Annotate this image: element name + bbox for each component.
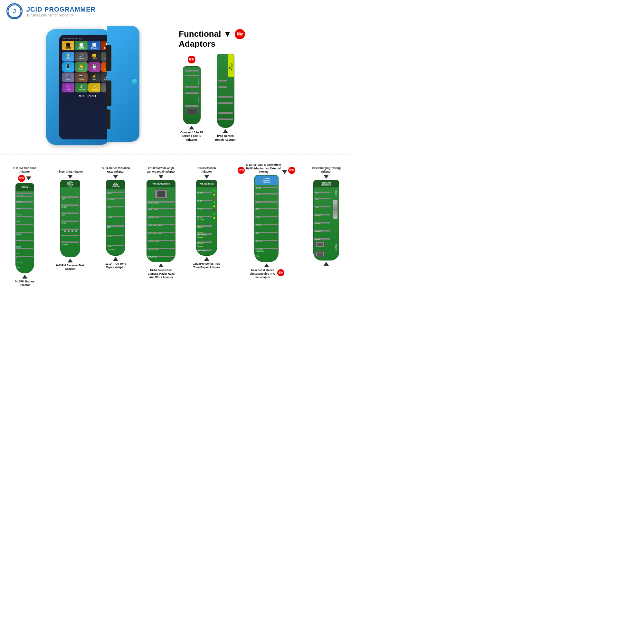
adaptor-7-board: 14系列 距离感光测试小板 Output Input [313, 180, 339, 260]
cover-connector-2 [106, 81, 111, 106]
adaptor-1-bottom-label: 8-15PM Battery Adaptor [10, 280, 39, 293]
app-recovery[interactable]: ↺ +Recovery [75, 83, 88, 92]
adaptor-7: Fast Charging Testing Adaptor 14系列 距离感光测… [312, 163, 341, 293]
adaptor-4-arrow-up [158, 263, 164, 267]
adaptor-7-top-label: Fast Charging Testing Adaptor [312, 163, 341, 174]
face-id-new-badge: 新款 [188, 56, 195, 63]
phone-body: V1S Pro V1.67(V1.67) 50% ▦ BGA60 ▦ BGA [46, 29, 110, 145]
adaptor-3-arrow-up [113, 257, 118, 261]
functional-title: Functional ▼ [179, 29, 232, 39]
adaptor-6-top-label: X-14PM Face ID Activation/ R&W Adaptor (… [246, 163, 281, 174]
face-id-arrow [189, 126, 194, 129]
adaptor-2-top-label: Fingerprint Adaptor [57, 163, 83, 174]
app-chip[interactable]: 💾 Chip [88, 62, 101, 72]
adaptor-6-new-badge-top: NEW [238, 167, 245, 174]
adaptor-4-bottom-label: 13-14 Series Rear Camera /Radar Read And… [147, 269, 175, 281]
app-crash[interactable]: ⚡ Crash [88, 72, 101, 82]
ipad-label: iPad Screen Repair Adaptor [213, 134, 238, 142]
app-purple[interactable]: 🟣 Purple [62, 83, 75, 92]
app-finger[interactable]: 👆 Finger [75, 62, 88, 72]
adaptor-6-new-badge-top2: NEW [288, 167, 295, 174]
adaptor-3-top-label: 12-14 Series Vibration R&W Adaptor [101, 163, 130, 174]
bottom-section: 7-11PM True Tone Adaptor NEW 读写小板 [0, 155, 351, 299]
adaptor-6-bottom-label: 14 series distance photosensitive FPC te… [249, 269, 276, 281]
adaptor-5-arrow-up [204, 257, 209, 261]
bga-chip-3: ▦ BGA110 [88, 41, 101, 50]
adaptor-1-board: 读写小板 15P/15PM 15/15Plus 13MINT 14PLUS 12… [15, 183, 34, 273]
adaptor-2-arrow-up [68, 259, 73, 262]
adaptor-3: 12-14 Series Vibration R&W Adaptor VISE1… [101, 163, 130, 293]
functional-subtitle: Adaptors [179, 39, 232, 49]
adaptor-4-top-label: XR-12PM wide angle camera repair adaptor [147, 163, 175, 174]
face-id-label: Convert 13 to 15 Series Face ID Adaptor [179, 131, 204, 142]
app-battery[interactable]: 🔋 Battery [62, 52, 75, 62]
adaptor-2-bottom-label: 8-13PM Receiver Test Adaptor [56, 264, 85, 277]
device-wrapper: V1S Pro V1.67(V1.67) 50% ▦ BGA60 ▦ BGA [36, 26, 139, 148]
cover-button[interactable] [131, 78, 138, 84]
adaptor-6-arrow-down [282, 170, 287, 174]
device-area: V1S Pro V1.67(V1.67) 50% ▦ BGA60 ▦ BGA [6, 26, 169, 148]
functional-area: Functional ▼ Adaptors 新款 新款 [175, 26, 345, 148]
app-faceid[interactable]: 😊 FaceID [88, 52, 101, 62]
adaptor-6: NEW X-14PM Face ID Activation/ R&W Adapt… [238, 163, 295, 293]
adaptor-4: XR-12PM wide angle camera repair adaptor… [147, 163, 175, 293]
logo-text: JCID PROGRAMMER A trusted partner for ph… [26, 6, 96, 17]
adaptor-6-arrow-up [264, 263, 269, 267]
adaptor-6-new-badge-bottom: 新款 [277, 269, 284, 276]
top-adaptor-boards: 新款 15P/1PM 13P/1PM Convert 13 to 15 Seri… [179, 54, 341, 142]
bga-chip-1: ▦ BGA60 [62, 41, 75, 50]
adaptor-5-top-label: Bus Detection Adaptor [192, 163, 221, 174]
adaptor-5: Bus Detection Adaptor VISE 总线/显示小板 [192, 163, 221, 293]
app-earpiece[interactable]: 🔊 Earpiece [75, 52, 88, 62]
adaptor-1-arrow-down [26, 176, 31, 180]
cover-connector-1 [106, 45, 111, 71]
top-section: V1S Pro V1.67(V1.67) 50% ▦ BGA60 ▦ BGA [0, 23, 351, 155]
app-cable[interactable]: 🔌 Cable [62, 72, 75, 82]
adaptor-7-arrow-up [324, 262, 329, 266]
adaptor-4-board: VISE 相机/雷达读写小板 XS 宽广角相机 14Pro Camera 14P… [147, 180, 175, 262]
adaptor-7-arrow-down [324, 175, 329, 179]
adaptor-3-bottom-label: 12-14 True Tone Repair Adaptor [101, 262, 130, 275]
status-bar: V1S Pro V1.67(V1.67) 50% [61, 37, 115, 40]
brand-subtitle: A trusted partner for phone fix [26, 13, 96, 17]
version-text: V1S Pro V1.67(V1.67) [63, 38, 82, 40]
adaptor-5-board: VISE 总线/显示小板 IIC-GSA [196, 180, 217, 256]
adaptor-ipad-screen: IPAD屏幕读写小板 iPad Screen Repair Adaptor [213, 54, 238, 142]
adaptor-1: 7-11PM True Tone Adaptor NEW 读写小板 [10, 163, 39, 293]
adaptor-2-board: V1S指纹串号读写小板V1.0 7-8P 6S-6SP 6-6P 5S-SE 1… [60, 180, 80, 257]
svg-text:J: J [13, 9, 16, 14]
adaptor-2: Fingerprint Adaptor V1S指纹串号读写小板V1.0 7-8P… [56, 163, 85, 293]
adaptor-2-arrow-down [68, 175, 73, 179]
ipad-arrow [223, 129, 228, 133]
adaptor-row: 7-11PM True Tone Adaptor NEW 读写小板 [3, 163, 348, 293]
phone-cover [107, 26, 139, 142]
new-badge-main: 新款 [235, 29, 245, 39]
adaptor-5-bottom-label: 13/14Pro Series True Tone Repair Adaptor [192, 262, 221, 275]
adaptor-face-id: 新款 15P/1PM 13P/1PM Convert 13 to 15 Seri… [179, 56, 204, 142]
adaptor-6-boards: X-14PM面容激活读写小板 IC-GSA IC-SCI VCC1.1 GND [254, 175, 279, 262]
adaptor-5-arrow-down [204, 175, 209, 179]
logo-circle: J [6, 3, 23, 19]
adaptor-4-arrow-down [158, 175, 164, 179]
adaptor-1-new-badge: NEW [18, 175, 25, 182]
adaptor-1-top-label: 7-11PM True Tone Adaptor [10, 163, 39, 174]
app-vibrator[interactable]: 📳 Vibrator [62, 62, 75, 72]
app-camera[interactable]: 📷 Camera [75, 72, 88, 82]
header: J JCID PROGRAMMER A trusted partner for … [0, 0, 351, 23]
brand-title: JCID PROGRAMMER [26, 6, 96, 13]
app-jailbreak[interactable]: 🔓 JailBreak [88, 83, 101, 92]
bga-chip-2: ▦ BGA70 [75, 41, 88, 50]
adaptor-1-arrow-up [22, 275, 27, 279]
adaptor-3-arrow-down [113, 175, 118, 179]
adaptor-3-board: VISE12-14振动读写小板 14PM 13/14PLUS 4S/XSM 13… [106, 180, 125, 256]
